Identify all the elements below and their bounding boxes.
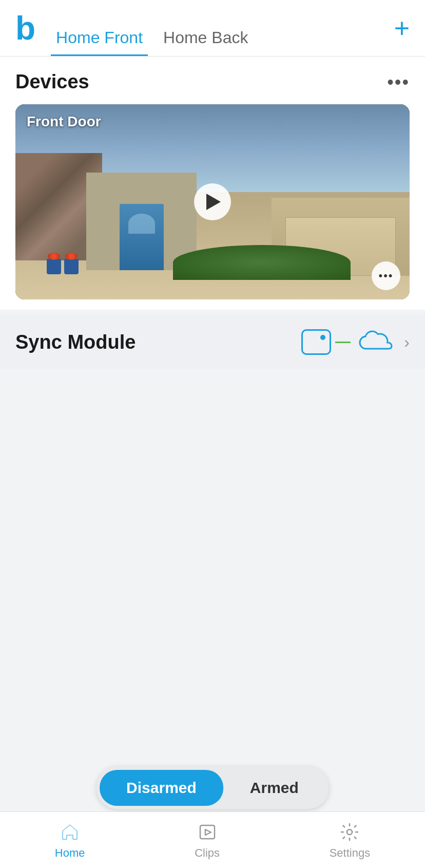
home-icon xyxy=(59,821,81,843)
arm-toggle: Disarmed Armed xyxy=(96,767,329,809)
main-content-area xyxy=(0,369,425,677)
nav-item-home[interactable]: Home xyxy=(55,821,85,860)
devices-section: Devices ••• Front Door xyxy=(0,56,425,310)
svg-point-1 xyxy=(347,829,352,835)
nav-item-clips[interactable]: Clips xyxy=(195,821,220,860)
nav-label-settings: Settings xyxy=(330,846,371,860)
tab-home-back[interactable]: Home Back xyxy=(158,0,253,56)
tab-bar: Home Front Home Back xyxy=(51,0,394,56)
sync-module-icons: › xyxy=(301,329,410,355)
add-location-button[interactable]: + xyxy=(394,15,410,42)
camera-more-icon: ••• xyxy=(378,269,393,282)
nav-label-home: Home xyxy=(55,846,85,860)
header: b Home Front Home Back + xyxy=(0,0,425,56)
settings-icon xyxy=(338,821,361,843)
sync-connector-line xyxy=(335,342,351,343)
sync-device-icon xyxy=(301,329,331,355)
blue-door xyxy=(120,204,164,270)
sync-module-title: Sync Module xyxy=(15,331,136,353)
sync-device-dot xyxy=(320,335,325,340)
camera-more-button[interactable]: ••• xyxy=(372,261,400,290)
disarmed-button[interactable]: Disarmed xyxy=(100,770,223,806)
svg-rect-0 xyxy=(200,825,215,839)
cloud-icon xyxy=(355,329,397,355)
bushes xyxy=(173,245,351,280)
nav-label-clips: Clips xyxy=(195,846,220,860)
armed-button[interactable]: Armed xyxy=(223,770,325,806)
camera-label: Front Door xyxy=(27,114,101,130)
clips-icon xyxy=(196,821,219,843)
nav-item-settings[interactable]: Settings xyxy=(330,821,371,860)
app-logo: b xyxy=(15,12,35,45)
devices-more-button[interactable]: ••• xyxy=(387,71,410,93)
flower-pots xyxy=(47,259,79,274)
pot-1 xyxy=(47,259,61,274)
devices-header: Devices ••• xyxy=(15,71,410,93)
devices-title: Devices xyxy=(15,71,89,93)
sync-chevron-icon: › xyxy=(404,333,410,352)
sync-module-section[interactable]: Sync Module › xyxy=(0,315,425,369)
tab-home-front[interactable]: Home Front xyxy=(51,0,148,56)
bottom-nav: Home Clips Settings xyxy=(0,812,425,868)
pot-2 xyxy=(64,259,79,274)
play-icon xyxy=(206,194,221,210)
play-button[interactable] xyxy=(194,183,231,220)
camera-card[interactable]: Front Door ••• xyxy=(15,104,410,299)
